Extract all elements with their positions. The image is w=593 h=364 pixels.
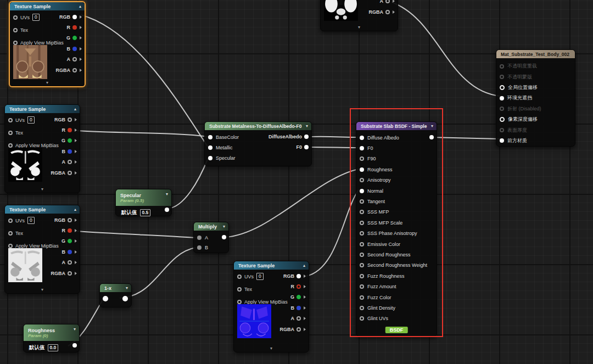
multiply-output[interactable] (222, 235, 226, 239)
input-pin[interactable] (360, 295, 364, 300)
input-pin[interactable] (197, 245, 202, 250)
param-output[interactable] (165, 208, 169, 212)
input-pin[interactable] (500, 64, 504, 69)
output-pin[interactable] (304, 145, 309, 149)
rgba-output[interactable]: RGBA (369, 7, 395, 17)
output-pin[interactable] (296, 327, 301, 332)
input-pin[interactable] (8, 219, 13, 223)
substrate-slab-bsdf-node[interactable]: Substrate Slab BSDF - Simple ▾ Diffuse A… (356, 121, 437, 337)
pin-second-roughness-weight[interactable]: Second Roughness Weight (356, 260, 437, 271)
rgb-output[interactable]: RGB (56, 12, 82, 22)
uvs-value-box[interactable]: 0 (27, 116, 35, 124)
b-output[interactable]: B (51, 247, 77, 257)
node-header[interactable]: Multiply ▾ (194, 222, 228, 231)
rgba-output[interactable]: RGBA (280, 324, 306, 334)
input-pin[interactable] (360, 274, 364, 278)
pin-glint-density[interactable]: Glint Density (356, 303, 437, 313)
rgb-output[interactable]: RGB (51, 114, 77, 125)
output-pin[interactable] (122, 296, 128, 301)
output-pin[interactable] (304, 135, 309, 139)
diffusealbedo-output[interactable]: DiffuseAlbedo (268, 134, 309, 139)
b-output[interactable]: B (280, 303, 306, 313)
output-pin[interactable] (296, 274, 301, 278)
node-header[interactable]: Substrate Metalness-To-DiffuseAlbedo-F0 … (205, 122, 311, 130)
metallic-input[interactable]: Metallic (205, 142, 311, 153)
g-output[interactable]: G (51, 236, 77, 247)
metalness-function-node[interactable]: Substrate Metalness-To-DiffuseAlbedo-F0 … (204, 121, 312, 166)
texture-preview[interactable] (237, 304, 271, 338)
chevron-down-icon[interactable]: ▾ (431, 124, 433, 128)
pin-opacity-override[interactable]: 不透明度重载 (496, 61, 575, 71)
uvs-value-box[interactable]: 0 (32, 14, 40, 21)
node-header[interactable]: Substrate Slab BSDF - Simple ▾ (356, 122, 437, 130)
texture-preview[interactable] (8, 248, 42, 282)
input-pin[interactable] (197, 236, 202, 240)
pin-fuzz-color[interactable]: Fuzz Color (356, 292, 437, 303)
chevron-up-icon[interactable]: ▴ (303, 263, 305, 268)
texture-sample-node-2[interactable]: Texture Sample ▴ UVs0 Tex Apply View Mip… (4, 104, 80, 193)
input-pin[interactable] (500, 85, 505, 90)
input-pin[interactable] (13, 28, 18, 32)
input-pin[interactable] (360, 178, 364, 182)
b-input[interactable]: B (194, 243, 228, 253)
output-pin[interactable] (72, 15, 77, 19)
output-pin[interactable] (68, 149, 72, 154)
expand-chevron-icon[interactable]: ▾ (321, 25, 398, 30)
pin-fuzz-amount[interactable]: Fuzz Amount (356, 281, 437, 292)
input-pin[interactable] (360, 231, 364, 236)
param-output[interactable] (72, 343, 77, 348)
chevron-down-icon[interactable]: ▾ (126, 285, 128, 290)
pin-anisotropy[interactable]: Anisotropy (356, 175, 437, 186)
texture-sample-node-3[interactable]: Texture Sample ▴ UVs0 Tex Apply View Mip… (4, 205, 80, 294)
b-output[interactable]: B (56, 43, 82, 54)
input-pin[interactable] (360, 306, 364, 310)
input-pin[interactable] (208, 135, 212, 139)
rgb-output[interactable]: RGB (51, 215, 77, 225)
chevron-up-icon[interactable]: ▴ (74, 207, 76, 212)
input-pin[interactable] (360, 316, 364, 321)
specular-param-node[interactable]: Specular Param (0.5) ▾ 默认值 0.5 (115, 189, 172, 216)
pin-refraction[interactable]: 折射 (Disabled) (496, 104, 575, 114)
pin-glint-uvs[interactable]: Glint UVs (356, 313, 437, 324)
node-header[interactable]: Mat_Substrate_Test_Body_002 (496, 50, 575, 58)
one-minus-x-node[interactable]: 1-x ▾ (99, 283, 132, 307)
input-pin[interactable] (360, 189, 364, 193)
r-output[interactable]: R (56, 22, 82, 32)
input-pin[interactable] (360, 253, 364, 257)
pin-sss-mfp[interactable]: SSS MFP (356, 207, 437, 217)
output-pin[interactable] (72, 57, 77, 61)
rgb-output[interactable]: RGB (280, 271, 306, 281)
r-output[interactable]: R (51, 225, 77, 236)
input-pin[interactable] (360, 136, 364, 140)
input-pin[interactable] (360, 242, 364, 247)
input-pin[interactable] (103, 296, 108, 301)
output-pin[interactable] (68, 260, 72, 265)
pin-diffuse-albedo[interactable]: Diffuse Albedo (356, 132, 437, 143)
wire[interactable] (311, 137, 359, 137)
node-header[interactable]: Roughness Param (0) ▾ (24, 324, 79, 341)
chevron-up-icon[interactable]: ▴ (79, 4, 81, 9)
output-pin[interactable] (72, 68, 77, 72)
input-pin[interactable] (360, 146, 364, 150)
multiply-node[interactable]: Multiply ▾ A B (193, 222, 229, 253)
a-output[interactable]: A (51, 257, 77, 268)
a-output[interactable]: A (369, 0, 395, 7)
rgba-output[interactable]: RGBA (56, 65, 82, 75)
wire[interactable] (391, 2, 500, 96)
texture-sample-node-4[interactable]: Texture Sample ▴ UVs0 Tex Apply View Mip… (233, 261, 309, 352)
output-pin[interactable] (296, 316, 301, 321)
wire[interactable] (311, 147, 359, 148)
expand-chevron-icon[interactable]: ▾ (5, 187, 80, 192)
g-output[interactable]: G (51, 136, 77, 146)
node-header[interactable]: Specular Param (0.5) ▾ (116, 189, 171, 206)
input-pin[interactable] (500, 117, 505, 122)
output-pin[interactable] (68, 250, 72, 254)
rgba-output[interactable]: RGBA (51, 268, 77, 278)
material-result-node[interactable]: Mat_Substrate_Test_Body_002 不透明度重载 不透明蒙版… (496, 49, 575, 147)
wire[interactable] (430, 137, 500, 139)
texture-preview[interactable] (13, 45, 47, 79)
node-header[interactable]: 1-x ▾ (100, 284, 131, 292)
input-pin[interactable] (8, 118, 13, 122)
node-header[interactable]: Texture Sample ▴ (5, 105, 80, 113)
output-pin[interactable] (68, 271, 72, 276)
